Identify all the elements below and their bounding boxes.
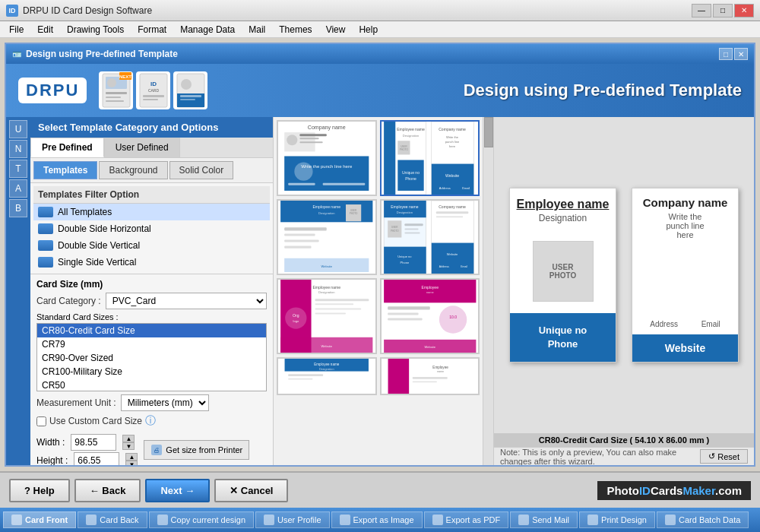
dialog-close-button[interactable]: ✕ [734, 48, 748, 60]
svg-text:Website: Website [424, 345, 435, 349]
export-pdf-label: Export as PDF [446, 515, 501, 524]
svg-point-93 [285, 307, 306, 328]
nav-btn-4[interactable]: A [9, 179, 27, 198]
address-label: Address [650, 320, 678, 328]
size-cr80[interactable]: CR80-Credit Card Size [37, 324, 266, 337]
menu-file[interactable]: File [3, 23, 30, 36]
dialog-controls[interactable]: □ ✕ [719, 48, 748, 60]
nav-btn-1[interactable]: U [9, 120, 27, 138]
width-input[interactable] [71, 434, 116, 451]
taskbar-card-batch[interactable]: Card Batch Data [657, 511, 749, 528]
height-down-btn[interactable]: ▼ [125, 461, 138, 465]
template-thumb-6[interactable]: Employee name 10.0 Website [380, 278, 480, 354]
custom-size-checkbox[interactable] [36, 416, 46, 426]
reset-icon: ↺ [708, 451, 715, 461]
card-batch-icon [665, 515, 676, 525]
size-cr90[interactable]: CR90-Over Sized [37, 351, 266, 365]
menu-edit[interactable]: Edit [31, 23, 59, 36]
filter-label-all: All Templates [58, 207, 112, 217]
maximize-button[interactable]: □ [713, 4, 733, 17]
taskbar-export-image[interactable]: Export as Image [331, 511, 423, 528]
logo-icons: NEXT ID CARD [99, 71, 207, 109]
height-up-btn[interactable]: ▲ [125, 453, 138, 461]
tab-solid-color[interactable]: Solid Color [169, 161, 234, 179]
category-tabs[interactable]: Pre Defined User Defined [30, 138, 273, 158]
taskbar-print-design[interactable]: Print Design [579, 511, 655, 528]
dialog-restore-button[interactable]: □ [719, 48, 733, 60]
templates-scrollbar[interactable] [483, 117, 493, 465]
template-thumb-2[interactable]: Employee name Designation USER PHOTO Uni… [380, 120, 480, 196]
size-cr79[interactable]: CR79 [37, 337, 266, 351]
taskbar-card-front[interactable]: Card Front [3, 511, 76, 528]
templates-grid[interactable]: Company name Write the punch line here [274, 117, 483, 465]
front-card-preview: Employee name Designation USER PHOTO Uni… [509, 188, 616, 363]
back-button[interactable]: ← Back [74, 479, 141, 502]
template-row-1: Company name Write the punch line here [277, 120, 480, 196]
cancel-button[interactable]: ✕ Cancel [214, 479, 288, 502]
filter-single-vertical[interactable]: Single Side Vertical [33, 254, 270, 271]
filter-all-templates[interactable]: All Templates [33, 204, 270, 220]
width-up-btn[interactable]: ▲ [122, 435, 135, 442]
scrollbar-thumb[interactable] [484, 117, 493, 147]
minimize-button[interactable]: — [692, 4, 711, 17]
help-button[interactable]: ? Help [9, 479, 70, 502]
width-down-btn[interactable]: ▼ [122, 442, 135, 450]
svg-rect-80 [435, 216, 462, 217]
template-thumb-5[interactable]: Employee name Designation Org logo [277, 278, 377, 354]
taskbar: Card Front Card Back Copy current design… [0, 508, 760, 532]
right-panel: Employee name Designation USER PHOTO Uni… [494, 117, 754, 465]
filter-double-vertical[interactable]: Double Side Vertical [33, 237, 270, 254]
help-icon[interactable]: ⓘ [145, 414, 156, 428]
svg-text:Company name: Company name [439, 204, 466, 209]
get-size-button[interactable]: 🖨 Get size from Printer [144, 440, 249, 460]
menu-themes[interactable]: Themes [273, 23, 318, 36]
taskbar-user-profile[interactable]: User Profile [255, 511, 329, 528]
menu-format[interactable]: Format [131, 23, 173, 36]
menu-help[interactable]: Help [353, 23, 384, 36]
tab-background[interactable]: Background [99, 161, 167, 179]
menu-view[interactable]: View [320, 23, 352, 36]
close-button[interactable]: ✕ [734, 4, 754, 17]
svg-rect-102 [388, 306, 430, 309]
standard-sizes-list[interactable]: CR80-Credit Card Size CR79 CR90-Over Siz… [36, 323, 267, 391]
filter-double-horizontal[interactable]: Double Side Horizontal [33, 220, 270, 237]
svg-text:Website: Website [321, 344, 333, 348]
template-thumb-1[interactable]: Company name Write the punch line here [277, 120, 377, 196]
filter-icon-dv [38, 240, 53, 251]
template-thumb-3[interactable]: Employee name Designation USER PHOTO [277, 199, 377, 275]
tab-templates[interactable]: Templates [33, 161, 97, 179]
menu-mail[interactable]: Mail [242, 23, 271, 36]
svg-text:Write the punch line here: Write the punch line here [301, 164, 353, 169]
size-cr50[interactable]: CR50 [37, 378, 266, 391]
svg-text:logo: logo [293, 319, 299, 323]
taskbar-card-back[interactable]: Card Back [78, 511, 147, 528]
menu-manage-data[interactable]: Manage Data [174, 23, 241, 36]
template-thumb-7[interactable]: Employee name Designation [277, 357, 377, 395]
tab-pre-defined[interactable]: Pre Defined [30, 138, 104, 157]
template-thumb-8[interactable]: Employee name [380, 357, 480, 395]
next-button[interactable]: Next → [145, 479, 210, 502]
height-input[interactable] [74, 452, 119, 465]
company-name: Company name [638, 196, 732, 209]
taskbar-export-pdf[interactable]: Export as PDF [424, 511, 509, 528]
tab-user-defined[interactable]: User Defined [104, 138, 180, 157]
standard-sizes-label: Standard Card Sizes : [36, 312, 267, 321]
menu-drawing-tools[interactable]: Drawing Tools [61, 23, 130, 36]
template-thumb-4[interactable]: Employee name Designation USER PHOTO [380, 199, 480, 275]
svg-rect-61 [284, 246, 311, 249]
svg-text:Employee name: Employee name [391, 204, 419, 209]
svg-rect-103 [388, 312, 418, 315]
nav-btn-5[interactable]: B [9, 199, 27, 217]
size-cr100[interactable]: CR100-Military Size [37, 365, 266, 378]
user-profile-label: User Profile [277, 515, 321, 524]
nav-btn-2[interactable]: N [9, 140, 27, 158]
taskbar-send-mail[interactable]: Send Mail [510, 511, 578, 528]
nav-btn-3[interactable]: T [9, 160, 27, 178]
measurement-select[interactable]: Milimeters (mm) [121, 394, 209, 411]
svg-text:Website: Website [446, 252, 458, 256]
reset-button[interactable]: ↺ Reset [700, 449, 748, 464]
window-controls[interactable]: — □ ✕ [692, 4, 754, 17]
card-category-select[interactable]: PVC_Card [106, 293, 267, 309]
taskbar-copy-design[interactable]: Copy current design [149, 511, 254, 528]
export-image-icon [340, 515, 350, 525]
